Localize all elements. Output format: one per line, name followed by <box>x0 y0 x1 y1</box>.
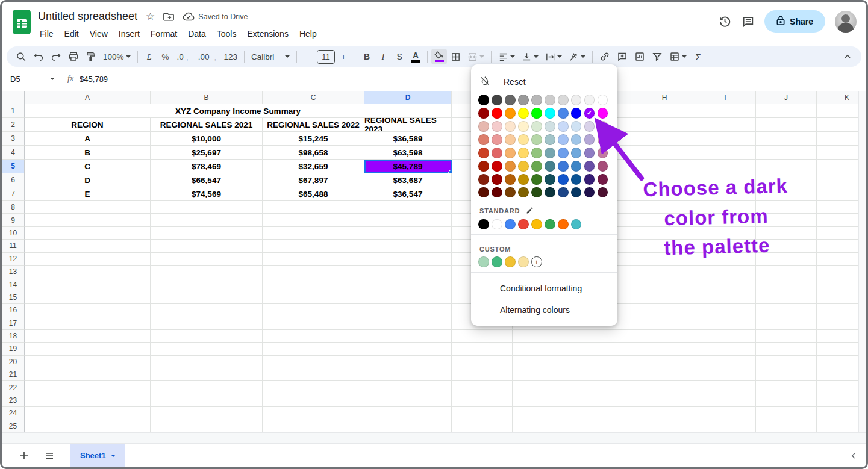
column-header-D[interactable]: D <box>364 91 452 104</box>
cell[interactable] <box>25 381 151 394</box>
strikethrough-button[interactable]: S <box>392 49 407 64</box>
cell[interactable] <box>364 343 452 355</box>
cell[interactable] <box>634 291 695 304</box>
color-swatch[interactable] <box>598 174 608 185</box>
cell[interactable] <box>263 317 364 330</box>
color-swatch[interactable] <box>545 161 555 172</box>
cell[interactable] <box>364 291 452 304</box>
cell[interactable] <box>25 317 151 330</box>
cell[interactable]: REGIONAL SALES 2021 <box>151 118 263 132</box>
cell[interactable]: $63,598 <box>364 146 452 160</box>
cell[interactable]: $36,547 <box>364 187 452 201</box>
cell[interactable] <box>634 368 695 381</box>
cell[interactable] <box>452 394 513 407</box>
cell[interactable] <box>364 420 452 433</box>
row-header-12[interactable]: 12 <box>2 253 25 266</box>
cell[interactable] <box>634 317 695 330</box>
cell-A1-merged-title[interactable]: XYZ Company Income Summary <box>25 104 452 118</box>
row-header-23[interactable]: 23 <box>2 394 25 407</box>
cell[interactable] <box>263 368 364 381</box>
cell[interactable] <box>634 278 695 291</box>
color-swatch[interactable] <box>492 148 502 158</box>
column-header-I[interactable]: I <box>695 91 756 104</box>
cell[interactable] <box>263 266 364 278</box>
cell[interactable] <box>756 407 817 420</box>
cell[interactable] <box>695 368 756 381</box>
cell[interactable]: $67,897 <box>263 173 364 187</box>
cell[interactable] <box>151 227 263 240</box>
collapse-panel-icon[interactable] <box>849 452 858 460</box>
cell[interactable] <box>364 368 452 381</box>
color-swatch[interactable] <box>478 121 489 132</box>
row-header-15[interactable]: 15 <box>2 291 25 304</box>
cell[interactable] <box>634 330 695 343</box>
row-header-21[interactable]: 21 <box>2 368 25 381</box>
color-swatch[interactable] <box>492 95 502 105</box>
cell[interactable] <box>695 132 756 146</box>
color-swatch[interactable] <box>492 134 502 145</box>
saved-status[interactable]: Saved to Drive <box>183 12 248 21</box>
color-swatch[interactable] <box>478 161 489 172</box>
row-header-16[interactable]: 16 <box>2 304 25 317</box>
row-header-1[interactable]: 1 <box>2 104 25 118</box>
cell[interactable] <box>756 291 817 304</box>
color-swatch[interactable] <box>531 187 542 198</box>
cell[interactable] <box>25 214 151 226</box>
row-header-8[interactable]: 8 <box>2 201 25 214</box>
cell[interactable] <box>25 304 151 317</box>
cell[interactable] <box>263 201 364 214</box>
custom-color-swatch[interactable] <box>478 256 489 267</box>
cell[interactable] <box>25 343 151 355</box>
color-swatch[interactable] <box>505 95 516 105</box>
color-swatch[interactable] <box>584 95 595 105</box>
menu-view[interactable]: View <box>84 26 113 42</box>
share-button[interactable]: Share <box>764 10 825 33</box>
color-swatch[interactable] <box>584 134 595 145</box>
cell[interactable] <box>25 368 151 381</box>
cell[interactable] <box>513 381 573 394</box>
text-rotation-button[interactable] <box>566 49 589 64</box>
color-swatch[interactable] <box>478 174 489 185</box>
cell[interactable] <box>756 146 817 160</box>
cell[interactable] <box>756 420 817 433</box>
row-header-24[interactable]: 24 <box>2 407 25 420</box>
color-swatch[interactable] <box>571 148 582 158</box>
color-swatch[interactable] <box>531 108 542 119</box>
color-swatch[interactable] <box>531 134 542 145</box>
print-icon[interactable] <box>65 49 82 64</box>
cell[interactable] <box>695 317 756 330</box>
menu-edit[interactable]: Edit <box>59 26 84 42</box>
name-box[interactable]: D5 <box>2 75 55 84</box>
cell[interactable] <box>263 343 364 355</box>
insert-chart-button[interactable] <box>631 49 648 64</box>
color-swatch[interactable] <box>492 187 502 198</box>
cell[interactable] <box>756 330 817 343</box>
cell[interactable] <box>513 394 573 407</box>
cell[interactable] <box>452 420 513 433</box>
color-swatch[interactable] <box>584 121 595 132</box>
color-swatch[interactable] <box>558 187 569 198</box>
text-wrap-button[interactable] <box>542 49 565 64</box>
color-swatch[interactable] <box>518 174 529 185</box>
cell[interactable] <box>452 381 513 394</box>
decrease-font-size-button[interactable]: − <box>301 49 316 64</box>
hide-toolbar-icon[interactable] <box>840 49 855 64</box>
cell[interactable] <box>634 343 695 355</box>
cell[interactable] <box>263 420 364 433</box>
row-header-18[interactable]: 18 <box>2 330 25 343</box>
cell[interactable] <box>263 227 364 240</box>
color-swatch[interactable] <box>505 148 516 158</box>
custom-color-swatch[interactable] <box>505 256 516 267</box>
color-swatch[interactable] <box>598 161 608 172</box>
cell[interactable] <box>573 381 634 394</box>
document-title[interactable]: Untitled spreadsheet <box>38 10 137 23</box>
row-header-6[interactable]: 6 <box>2 173 25 187</box>
edit-colors-icon[interactable] <box>526 207 534 216</box>
color-swatch[interactable] <box>505 161 516 172</box>
cell[interactable] <box>634 356 695 368</box>
font-size-input[interactable]: 11 <box>317 50 335 64</box>
column-header-A[interactable]: A <box>25 91 151 104</box>
color-swatch[interactable] <box>558 95 569 105</box>
standard-color-swatch[interactable] <box>531 219 542 230</box>
select-all-corner[interactable] <box>2 91 25 104</box>
